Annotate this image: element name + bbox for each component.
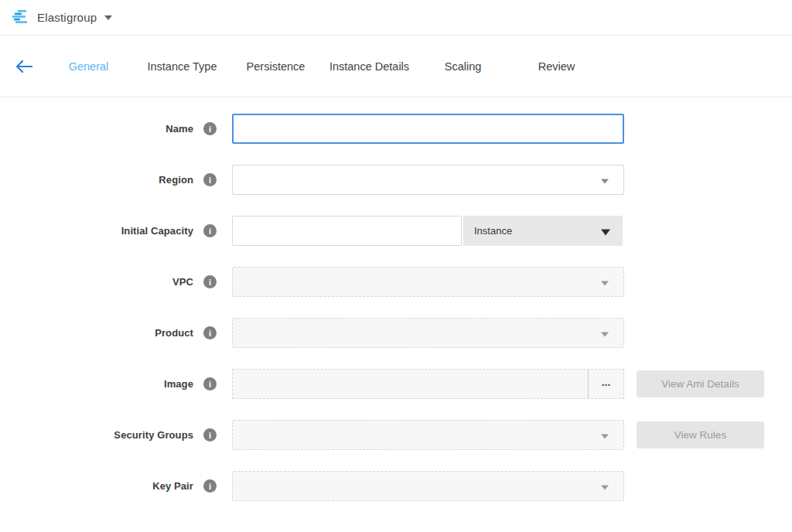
chevron-down-icon xyxy=(601,485,609,489)
arrow-left-icon xyxy=(15,60,32,73)
info-icon[interactable]: i xyxy=(203,326,217,339)
image-field: ... xyxy=(232,369,624,399)
app-title: Elastigroup xyxy=(37,11,97,24)
image-value xyxy=(233,370,588,398)
product-row: Product i xyxy=(0,318,792,348)
wizard-tabs: General Instance Type Persistence Instan… xyxy=(42,60,603,73)
key-pair-select xyxy=(232,471,624,501)
tab-general[interactable]: General xyxy=(42,60,135,73)
region-select[interactable] xyxy=(232,165,624,195)
initial-capacity-row: Initial Capacity i Instance xyxy=(0,216,792,246)
chevron-down-icon xyxy=(601,229,610,235)
security-groups-label: Security Groups xyxy=(0,429,193,441)
product-label: Product xyxy=(0,327,193,339)
general-form: Name i Region i Initial Capacity i Insta… xyxy=(0,97,792,501)
info-icon[interactable]: i xyxy=(203,428,217,442)
chevron-down-icon xyxy=(601,332,609,336)
info-icon[interactable]: i xyxy=(203,224,217,237)
name-input[interactable] xyxy=(232,114,624,144)
initial-capacity-input[interactable] xyxy=(232,216,462,246)
vpc-select xyxy=(232,267,624,297)
chevron-down-icon xyxy=(601,281,609,285)
chevron-down-icon xyxy=(601,179,609,183)
name-row: Name i xyxy=(0,114,792,144)
security-groups-row: Security Groups i View Rules xyxy=(0,420,792,450)
name-label: Name xyxy=(0,123,193,135)
product-select xyxy=(232,318,624,348)
app-header: Elastigroup xyxy=(0,0,792,36)
info-icon[interactable]: i xyxy=(203,173,217,186)
capacity-unit-value: Instance xyxy=(474,225,512,237)
tab-instance-type[interactable]: Instance Type xyxy=(135,60,229,73)
vpc-row: VPC i xyxy=(0,267,792,297)
region-label: Region xyxy=(0,174,193,186)
app-switcher-caret-icon[interactable] xyxy=(104,15,112,20)
tab-scaling[interactable]: Scaling xyxy=(416,60,510,73)
info-icon[interactable]: i xyxy=(203,377,217,390)
capacity-unit-select[interactable]: Instance xyxy=(463,216,623,246)
key-pair-label: Key Pair xyxy=(0,480,193,492)
info-icon[interactable]: i xyxy=(203,479,217,493)
info-icon[interactable]: i xyxy=(203,275,217,288)
image-row: Image i ... View Ami Details xyxy=(0,369,792,399)
tab-review[interactable]: Review xyxy=(510,60,603,73)
region-row: Region i xyxy=(0,165,792,195)
back-button[interactable] xyxy=(14,56,34,77)
vpc-label: VPC xyxy=(0,276,193,288)
view-ami-details-button[interactable]: View Ami Details xyxy=(637,370,764,397)
initial-capacity-label: Initial Capacity xyxy=(0,225,193,237)
wizard-tabbar: General Instance Type Persistence Instan… xyxy=(0,36,792,97)
tab-instance-details[interactable]: Instance Details xyxy=(323,60,416,73)
chevron-down-icon xyxy=(601,434,609,438)
tab-persistence[interactable]: Persistence xyxy=(229,60,323,73)
view-rules-button[interactable]: View Rules xyxy=(637,421,764,448)
elastigroup-logo-icon xyxy=(12,10,30,26)
image-browse-button[interactable]: ... xyxy=(588,370,623,398)
info-icon[interactable]: i xyxy=(203,122,217,135)
key-pair-row: Key Pair i xyxy=(0,471,792,501)
image-label: Image xyxy=(0,378,193,390)
security-groups-select xyxy=(232,420,624,450)
